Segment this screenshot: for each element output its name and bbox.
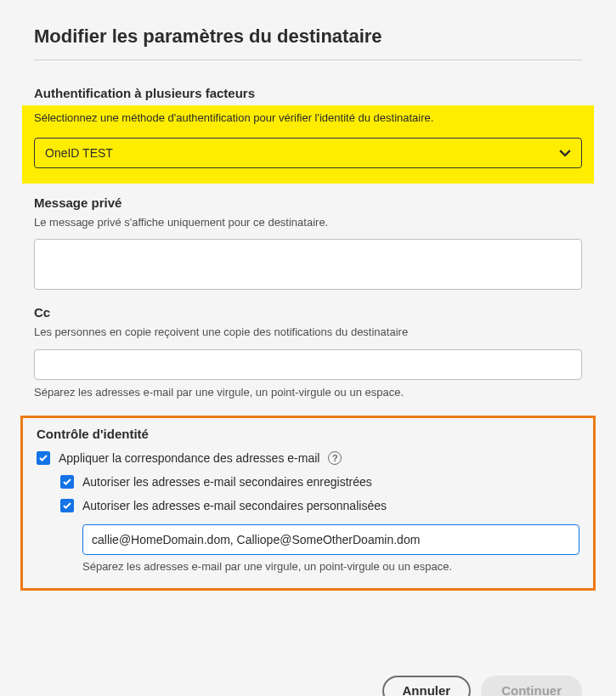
custom-emails-helper: Séparez les adresses e-mail par une virg… — [82, 560, 579, 573]
enforce-match-checkbox[interactable] — [37, 451, 50, 465]
chevron-down-icon — [559, 147, 571, 159]
continue-button[interactable]: Continuer — [481, 676, 582, 696]
footer-actions: Annuler Continuer — [34, 676, 582, 696]
cc-helper: Les personnes en copie reçoivent une cop… — [34, 325, 582, 340]
identity-label: Contrôle d'identité — [37, 427, 579, 441]
cc-input[interactable] — [34, 349, 582, 380]
allow-registered-label: Autoriser les adresses e-mail secondaire… — [82, 475, 372, 489]
enforce-match-row: Appliquer la correspondance des adresses… — [37, 451, 579, 465]
checkmark-icon — [39, 455, 48, 461]
page-title: Modifier les paramètres du destinataire — [34, 25, 582, 48]
auth-helper: Sélectionnez une méthode d'authentificat… — [34, 110, 582, 126]
auth-label: Authentification à plusieurs facteurs — [34, 86, 582, 100]
private-message-label: Message privé — [34, 195, 582, 210]
identity-highlight-box: Contrôle d'identité Appliquer la corresp… — [20, 416, 596, 591]
allow-custom-label: Autoriser les adresses e-mail secondaire… — [82, 499, 387, 512]
enforce-match-label: Appliquer la correspondance des adresses… — [59, 451, 319, 465]
checkmark-icon — [63, 502, 71, 509]
allow-registered-checkbox[interactable] — [60, 475, 74, 489]
custom-emails-input[interactable] — [82, 524, 579, 555]
cc-post-helper: Séparez les adresses e-mail par une virg… — [34, 385, 582, 400]
allow-custom-checkbox[interactable] — [60, 499, 74, 512]
title-divider — [34, 59, 582, 60]
allow-custom-row: Autoriser les adresses e-mail secondaire… — [60, 499, 579, 512]
info-icon[interactable]: ? — [328, 451, 342, 465]
auth-method-dropdown[interactable]: OneID TEST — [34, 138, 582, 168]
cancel-button[interactable]: Annuler — [382, 676, 472, 696]
private-message-input[interactable] — [34, 239, 582, 290]
allow-registered-row: Autoriser les adresses e-mail secondaire… — [60, 475, 579, 489]
auth-dropdown-value: OneID TEST — [45, 146, 113, 160]
checkmark-icon — [63, 478, 71, 485]
auth-highlight-block: Sélectionnez une méthode d'authentificat… — [22, 105, 594, 184]
cc-label: Cc — [34, 305, 582, 320]
private-message-helper: Le message privé s'affiche uniquement po… — [34, 215, 582, 230]
